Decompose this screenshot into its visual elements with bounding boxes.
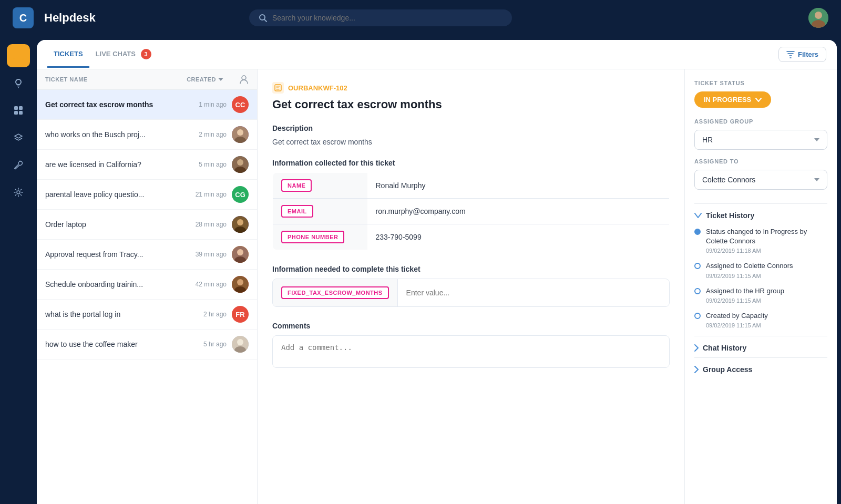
needed-input[interactable] (398, 281, 669, 304)
chevron-right-icon (694, 344, 699, 352)
history-dot (694, 263, 701, 269)
user-avatar[interactable] (808, 8, 828, 28)
divider-2 (694, 336, 827, 336)
chat-history-toggle[interactable]: Chat History (694, 344, 827, 352)
tabs-header: TICKETS LIVE CHATS 3 Filters (37, 40, 837, 69)
svg-rect-9 (14, 106, 18, 110)
info-table: NAME Ronald Murphy EMAIL ron.murphy@comp… (272, 172, 670, 250)
tab-tickets[interactable]: TICKETS (47, 42, 89, 68)
ticket-avatar: CC (232, 96, 249, 113)
ticket-history-toggle[interactable]: Ticket History (694, 211, 827, 220)
ticket-ref-icon (272, 82, 284, 94)
grid-icon (13, 105, 24, 116)
ticket-avatar (232, 216, 249, 233)
bulb-icon (13, 77, 24, 89)
tab-live-chats[interactable]: LIVE CHATS 3 (89, 40, 158, 69)
ticket-item[interactable]: Schedule onboarding trainin... 42 min ag… (37, 270, 257, 300)
ticket-item[interactable]: how to use the coffee maker 5 hr ago (37, 330, 257, 359)
svg-point-19 (237, 159, 243, 166)
ticket-avatar: CG (232, 186, 249, 203)
search-input[interactable] (272, 14, 502, 22)
wrench-icon (13, 159, 24, 171)
status-button[interactable]: IN PROGRESS (694, 91, 771, 108)
field-value-email: ron.murphy@company.com (367, 199, 670, 224)
sidebar-item-wrench[interactable] (7, 153, 30, 177)
app-title: Helpdesk (44, 11, 96, 25)
ticket-avatar: FR (232, 306, 249, 323)
svg-point-3 (815, 12, 822, 19)
main-layout: TICKETS LIVE CHATS 3 Filters TICKET NAME… (0, 36, 841, 504)
sort-icon (218, 78, 223, 81)
icon-sidebar (0, 36, 37, 504)
sidebar-item-layers[interactable] (7, 126, 30, 149)
ticket-list-header: TICKET NAME CREATED (37, 69, 257, 90)
group-access-toggle[interactable]: Group Access (694, 365, 827, 374)
ticket-detail: OURBANKWF-102 Get correct tax escrow mon… (258, 69, 684, 504)
ticket-history-label: Ticket History (706, 211, 754, 220)
history-time: 09/02/2019 11:15 AM (706, 273, 793, 279)
sidebar-item-gear[interactable] (7, 181, 30, 204)
history-text: Status changed to In Progress by Colette… (706, 227, 827, 246)
ticket-avatar (232, 336, 249, 353)
layers-icon (13, 132, 24, 143)
collected-label: Information collected for this ticket (272, 159, 670, 167)
field-value-name: Ronald Murphy (367, 173, 670, 199)
table-row: PHONE NUMBER 233-790-5099 (273, 224, 670, 250)
status-label: TICKET STATUS (694, 80, 827, 86)
svg-point-22 (237, 219, 243, 225)
app-logo[interactable]: C (13, 7, 34, 28)
history-text: Created by Capacity (706, 311, 768, 321)
ticket-avatar (232, 276, 249, 293)
sidebar-item-bulb[interactable] (7, 71, 30, 95)
assigned-to-select[interactable]: Colette Connors (694, 170, 827, 190)
table-row: NAME Ronald Murphy (273, 173, 670, 199)
ticket-item[interactable]: what is the portal log in 2 hr ago FR (37, 300, 257, 330)
needed-row: FIXED_TAX_ESCROW_MONTHS (272, 279, 670, 307)
history-section: Status changed to In Progress by Colette… (694, 227, 827, 328)
history-dot (694, 313, 701, 319)
sidebar-item-grid[interactable] (7, 99, 30, 122)
ticket-item[interactable]: Order laptop 28 min ago (37, 210, 257, 240)
assigned-to-label: ASSIGNED TO (694, 158, 827, 164)
svg-rect-11 (14, 111, 18, 115)
svg-rect-12 (19, 111, 23, 115)
svg-point-28 (237, 279, 243, 285)
ticket-list: TICKET NAME CREATED Get correct tax escr… (37, 69, 258, 504)
comments-input[interactable] (272, 335, 670, 368)
history-time: 09/02/2019 11:15 AM (706, 322, 768, 328)
svg-line-1 (264, 19, 266, 22)
chevron-down-icon (694, 213, 702, 218)
col-created: CREATED (187, 76, 223, 83)
history-time: 09/02/2019 11:15 AM (706, 297, 784, 304)
field-badge-phone: PHONE NUMBER (281, 231, 344, 243)
ticket-avatar (232, 246, 249, 263)
ticket-item[interactable]: are we licensed in California? 5 min ago (37, 150, 257, 180)
history-item: Assigned to Colette Connors 09/02/2019 1… (694, 261, 827, 279)
ticket-item[interactable]: Approval request from Tracy... 39 min ag… (37, 240, 257, 270)
sidebar-item-tickets[interactable] (7, 44, 30, 67)
chat-history-label: Chat History (703, 344, 746, 352)
gear-icon (13, 187, 24, 198)
divider (694, 203, 827, 204)
svg-point-13 (17, 191, 20, 194)
ticket-item[interactable]: who works on the Busch proj... 2 min ago (37, 120, 257, 150)
svg-point-8 (16, 79, 21, 85)
history-item: Assigned to the HR group 09/02/2019 11:1… (694, 286, 827, 304)
assigned-group-select[interactable]: HR (694, 130, 827, 150)
svg-point-16 (237, 129, 243, 136)
svg-rect-7 (16, 56, 19, 57)
svg-rect-6 (16, 54, 21, 55)
history-item: Created by Capacity 09/02/2019 11:15 AM (694, 311, 827, 328)
filter-icon (786, 51, 795, 58)
history-dot (694, 288, 701, 294)
assigned-group-label: ASSIGNED GROUP (694, 118, 827, 125)
search-bar[interactable] (249, 9, 512, 26)
filters-button[interactable]: Filters (778, 47, 826, 62)
ticket-item[interactable]: parental leave policy questio... 21 min … (37, 180, 257, 210)
field-badge-name: NAME (281, 179, 312, 192)
history-time: 09/02/2019 11:18 AM (706, 248, 827, 254)
svg-rect-10 (19, 106, 23, 110)
svg-point-14 (242, 76, 246, 80)
ticket-item[interactable]: Get correct tax escrow months 1 min ago … (37, 90, 257, 120)
divider-3 (694, 357, 827, 358)
